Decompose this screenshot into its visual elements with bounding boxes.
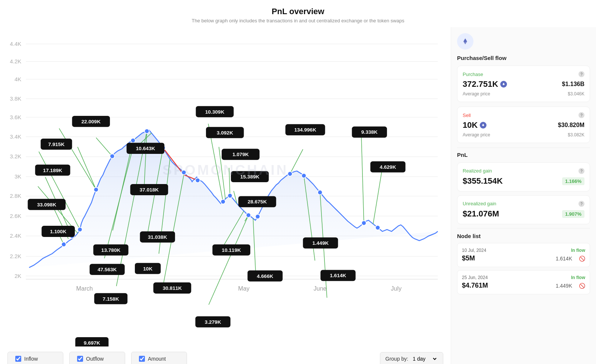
svg-point-79 [375,225,380,230]
svg-point-71 [221,199,225,204]
unrealized-label-row: Unrealized gain ? [463,201,584,207]
purchase-label: Purchase [463,72,483,77]
svg-point-72 [228,193,232,198]
node1-flow: In flow [571,248,585,253]
svg-text:4K: 4K [15,76,21,82]
sell-sub: Average price $3.082K [463,132,584,137]
svg-text:17.189K: 17.189K [43,168,63,173]
purchase-sell-title: Purchase/Sell flow [457,55,590,61]
svg-text:134.996K: 134.996K [294,127,316,133]
node-item-2: 25 Jun, 2024 In flow $4.761M 1.449K 🚫 [457,270,590,294]
svg-text:31.038K: 31.038K [148,234,167,240]
purchase-avg: $3.046K [568,91,584,96]
svg-text:10.119K: 10.119K [222,247,241,253]
svg-text:June: June [314,285,327,292]
svg-text:3.8K: 3.8K [10,96,22,102]
svg-text:July: July [391,285,402,292]
svg-point-63 [77,227,82,232]
realized-value-row: $355.154K 1.166% [463,176,584,186]
purchase-usd: $1.136B [562,81,585,88]
sell-card: Sell ? 10K $30.820M Average price $3.082… [457,107,590,143]
ethereum-logo [461,37,470,46]
realized-label-row: Realized gain ? [463,168,584,174]
svg-text:30.811K: 30.811K [163,285,182,291]
svg-point-75 [288,171,292,176]
svg-line-38 [59,129,96,190]
group-by-select[interactable]: 1 day 1 week 1 month [411,355,438,362]
svg-text:9.338K: 9.338K [361,129,378,135]
purchase-card: Purchase ? 372.751K $1.136B Average pric… [457,66,590,102]
page-title: PnL overview [0,7,596,16]
realized-gain-card: Realized gain ? $355.154K 1.166% [457,162,590,192]
unrealized-help-icon[interactable]: ? [578,201,584,207]
node2-amount: 1.449K 🚫 [556,283,585,289]
inflow-label[interactable]: Inflow [24,356,38,362]
realized-badge: 1.166% [562,177,584,185]
node1-usd: $5M [462,254,475,262]
unrealized-value: $21.076M [463,209,499,219]
unrealized-value-row: $21.076M 1.907% [463,209,584,219]
svg-text:4.2K: 4.2K [10,58,22,64]
node-list-title: Node list [457,233,590,239]
purchase-eth-icon [500,81,507,88]
outflow-checkbox-item[interactable]: Outflow [69,352,125,364]
svg-text:9.697K: 9.697K [84,340,100,346]
svg-text:47.563K: 47.563K [98,267,117,272]
svg-text:10K: 10K [143,266,152,272]
svg-text:3K: 3K [15,174,21,180]
group-by-label: Group by: [386,356,408,362]
svg-line-35 [96,137,112,156]
node1-eth-icon [574,256,577,262]
pnl-title: PnL [457,152,590,158]
purchase-avg-label: Average price [463,91,490,96]
chart-svg: 4.4K 4.2K 4K 3.8K 3.6K 3.4K 3.2K 3K 2.8K… [4,31,447,346]
svg-text:1.449K: 1.449K [312,240,329,246]
realized-help-icon[interactable]: ? [578,168,584,174]
sell-help-icon[interactable]: ? [578,112,584,118]
svg-text:3.6K: 3.6K [10,114,22,120]
unrealized-gain-card: Unrealized gain ? $21.076M 1.907% [457,195,590,224]
sell-amount: 10K [463,120,486,130]
node2-usd: $4.761M [462,282,488,289]
realized-label: Realized gain [463,168,492,174]
purchase-label-row: Purchase ? [463,71,584,77]
node2-eth-icon [574,283,577,289]
node1-date: 10 Jul, 2024 [462,248,486,253]
svg-text:March: March [76,285,93,292]
svg-line-59 [361,129,364,223]
amount-label[interactable]: Amount [148,356,166,362]
sell-label: Sell [463,113,471,118]
node1-hide-icon[interactable]: 🚫 [579,256,585,262]
svg-text:1.100K: 1.100K [50,229,66,234]
amount-checkbox[interactable] [139,356,145,362]
svg-point-61 [61,242,66,247]
svg-text:3.4K: 3.4K [10,134,22,140]
sell-avg-label: Average price [463,132,490,137]
right-panel: Purchase/Sell flow Purchase ? 372.751K $… [451,27,596,364]
svg-line-39 [39,152,80,230]
svg-text:3.092K: 3.092K [217,130,233,136]
unrealized-badge: 1.907% [562,210,584,218]
svg-text:22.009K: 22.009K [82,119,101,124]
group-by-selector[interactable]: Group by: 1 day 1 week 1 month [380,352,443,364]
svg-point-78 [362,221,366,225]
node2-value-row: $4.761M 1.449K 🚫 [462,282,585,289]
purchase-sub: Average price $3.046K [463,91,584,96]
svg-text:28.675K: 28.675K [248,199,267,205]
sell-eth-icon [480,122,486,129]
outflow-label[interactable]: Outflow [86,356,104,362]
svg-text:2K: 2K [15,273,21,279]
outflow-checkbox[interactable] [77,356,83,362]
purchase-help-icon[interactable]: ? [578,71,584,77]
svg-text:SPOMONCHAIN: SPOMONCHAIN [162,162,288,178]
node2-hide-icon[interactable]: 🚫 [579,283,585,289]
svg-text:2.8K: 2.8K [10,193,22,199]
chart-area: 4.4K 4.2K 4K 3.8K 3.6K 3.4K 3.2K 3K 2.8K… [0,27,451,364]
realized-value: $355.154K [463,176,503,186]
svg-text:4.666K: 4.666K [257,273,273,279]
amount-checkbox-item[interactable]: Amount [131,352,187,364]
inflow-checkbox[interactable] [15,356,21,362]
svg-line-36 [77,147,96,190]
inflow-checkbox-item[interactable]: Inflow [7,352,63,364]
node1-value-row: $5M 1.614K 🚫 [462,254,585,262]
